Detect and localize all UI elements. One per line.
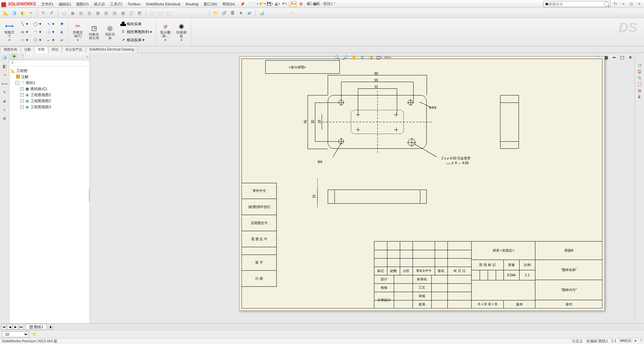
rt-1-icon[interactable]: ◳ — [638, 63, 641, 67]
expand-icon[interactable]: + — [20, 93, 24, 97]
mdi-min-icon[interactable]: ━ — [610, 54, 618, 61]
tree-collapse-icon[interactable]: » — [86, 55, 88, 59]
rt-4-icon[interactable]: 📋 — [637, 82, 642, 86]
expand-icon[interactable]: + — [20, 99, 24, 103]
tb-lines-icon[interactable]: ≡ — [237, 9, 245, 17]
sheet-first-icon[interactable]: ⏮ — [1, 324, 7, 330]
rb-circle[interactable]: ◯▾ — [31, 20, 43, 28]
rb-spline[interactable]: ∿▾ — [44, 20, 56, 28]
rb-fillet[interactable]: ⌐▾ — [44, 37, 56, 44]
tb-g7-icon[interactable]: ▨ — [111, 9, 118, 17]
rb-poly[interactable]: ⬡▾ — [31, 37, 43, 44]
rb-smart-dimension[interactable]: ⟷ 智能尺寸 ▾ — [2, 19, 17, 45]
drawing-sheet[interactable]: «各分材图» — [239, 56, 605, 311]
rb-offset[interactable]: ◎等距实体 — [103, 19, 117, 45]
qa-save-icon[interactable]: 💾 — [267, 1, 273, 7]
tb-explode-icon[interactable]: ✦ — [27, 9, 35, 17]
rb-ellipse[interactable]: ⬯▾ — [44, 28, 56, 36]
menu-routing[interactable]: Routing — [183, 0, 201, 8]
layer-props-icon[interactable]: 📁 — [31, 331, 38, 338]
tb-swap-icon[interactable]: ⇄ — [246, 9, 253, 17]
lt-assy-icon[interactable]: 🧊 — [1, 54, 8, 61]
rb-plane[interactable]: ▱ — [57, 37, 66, 44]
tb-g12-icon[interactable]: ⬚ — [157, 9, 164, 17]
tree-root[interactable]: 📐工程图 — [11, 68, 88, 74]
tb-g6-icon[interactable]: ▧ — [102, 9, 110, 17]
minimize-icon[interactable]: ━ — [620, 2, 627, 6]
mdi-close-icon[interactable]: ✕ — [627, 54, 634, 61]
sheet-prev-icon[interactable]: ◀ — [7, 324, 12, 330]
rb-convert[interactable]: ◳转换实体引用 — [87, 19, 101, 45]
menu-view[interactable]: 视图(V) — [73, 0, 91, 8]
tab-swe-drawing[interactable]: SolidWorks Electrical Drawing — [86, 46, 138, 53]
vt-zoomarea-icon[interactable]: 🔎 — [342, 54, 349, 61]
tree-view3[interactable]: +▣工程图视图3 — [11, 104, 88, 110]
qa-open-icon[interactable]: 📂 — [259, 1, 265, 7]
vt-section-icon[interactable]: ◨ — [367, 54, 374, 61]
drawing-canvas[interactable]: 🔍 🔎 ✋ ↻ ◨ ◫ 👓 ◱ ▦ ━ ▢ ✕ «各分材图» — [90, 53, 635, 323]
tb-chart-icon[interactable]: 📊 — [258, 9, 265, 17]
tree-filter[interactable]: ⚱ — [9, 60, 90, 66]
tree-tab-prop-icon[interactable]: 📋 — [19, 54, 25, 60]
rb-quicksnap[interactable]: ◉快速捕捉▾ — [174, 19, 189, 45]
qa-undo-icon[interactable]: ↶ — [281, 1, 287, 7]
rb-showhide[interactable]: ⌀显示/删除...▾ — [158, 19, 173, 45]
rb-trim[interactable]: ✂剪裁实体(T)▾ — [70, 19, 85, 45]
tb-sketch-icon[interactable]: ✎ — [40, 9, 47, 17]
tb-g4-icon[interactable]: ▥ — [86, 9, 93, 17]
tb-g5-icon[interactable]: ▦ — [94, 9, 101, 17]
sheet-last-icon[interactable]: ⏭ — [18, 324, 24, 330]
qa-select-icon[interactable]: ↖ — [290, 1, 297, 7]
rb-arc[interactable]: ◠▾ — [31, 28, 43, 36]
tb-assy-icon[interactable]: ◧ — [19, 9, 26, 17]
search-box[interactable]: ▣ — [543, 1, 610, 7]
rb-slot[interactable]: ⬭▾ — [18, 37, 30, 44]
rt-3-icon[interactable]: 📎 — [637, 76, 642, 80]
tb-g2-icon[interactable]: ▣ — [69, 9, 76, 17]
tree-tab-fm-icon[interactable]: 🌳 — [11, 54, 17, 60]
lt-part-icon[interactable]: ◧ — [1, 63, 8, 70]
tb-g9-icon[interactable]: ◫ — [127, 9, 135, 17]
rb-rect[interactable]: ▭▾ — [18, 28, 30, 36]
menu-swelectrical[interactable]: SolidWorks Electrical — [143, 0, 183, 8]
menu-tools[interactable]: 工具(T) — [107, 0, 125, 8]
status-dropdown-icon[interactable]: ▾ — [635, 339, 637, 344]
lineweight-select[interactable]: 10 — [2, 331, 29, 337]
tb-g3-icon[interactable]: ▤ — [77, 9, 85, 17]
tab-office[interactable]: 办公室产品 — [62, 46, 86, 53]
tree-annotations[interactable]: 🅰注解 — [11, 74, 88, 80]
tb-link-icon[interactable]: 🔗 — [220, 9, 228, 17]
lt-dim-icon[interactable]: ⟷ — [1, 80, 8, 87]
qa-new-icon[interactable]: 📄 — [252, 1, 258, 7]
vt-rotate-icon[interactable]: ✋ — [350, 54, 358, 61]
expand-icon[interactable]: + — [20, 105, 24, 109]
tab-annotation[interactable]: 注解 — [20, 46, 35, 53]
sheet-next-icon[interactable]: ▶ — [13, 324, 18, 330]
rb-point[interactable]: ✱ — [57, 20, 66, 28]
qa-rebuild-icon[interactable]: ⦿ — [298, 1, 304, 7]
status-units[interactable]: MMGS — [620, 339, 631, 344]
rb-pattern[interactable]: ⠿线性草图阵列▾ — [119, 28, 154, 36]
help-icon[interactable]: ? — [612, 2, 619, 6]
tb-sun-icon[interactable]: ☀ — [287, 9, 295, 17]
tb-g1-icon[interactable]: ▢ — [60, 9, 68, 17]
tb-newdwg-icon[interactable]: 📐 — [2, 9, 9, 17]
lt-gear-icon[interactable]: ⚙ — [1, 115, 8, 122]
tb-g8-icon[interactable]: ▩ — [119, 9, 126, 17]
tab-viewlayout[interactable]: 视图布局 — [0, 46, 21, 53]
tab-sketch[interactable]: 草图 — [34, 46, 48, 53]
collapse-icon[interactable]: − — [15, 81, 19, 85]
lt-sketch-icon[interactable]: ✎ — [1, 89, 8, 96]
sheet-add-icon[interactable]: ◧ — [48, 324, 54, 330]
tb-3dsketch-icon[interactable]: ✐ — [48, 9, 55, 17]
tb-g11-icon[interactable]: ⬚ — [148, 9, 156, 17]
menu-insert[interactable]: 插入(I) — [91, 0, 107, 8]
tb-g13-icon[interactable]: ⬚ — [165, 9, 172, 17]
rb-mirror[interactable]: ▟▙镜向实体 — [119, 20, 154, 28]
lt-config-icon[interactable]: ☀ — [1, 107, 8, 113]
menu-window[interactable]: 窗口(W) — [201, 0, 220, 8]
rb-line[interactable]: ╲▾ — [18, 20, 30, 28]
tab-evaluate[interactable]: 评估 — [48, 46, 62, 53]
tree-sheet1[interactable]: −📄图纸1 — [11, 80, 88, 86]
menu-toolbox[interactable]: Toolbox — [125, 0, 143, 8]
